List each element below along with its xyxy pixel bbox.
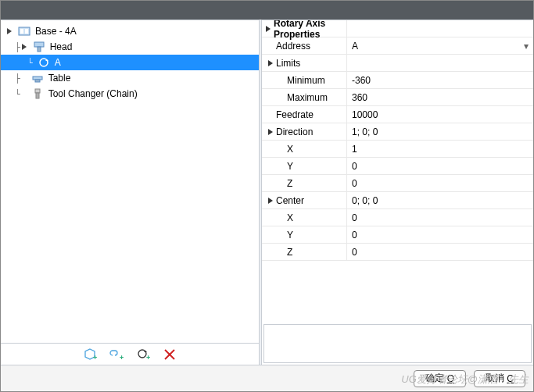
rotary-axis-icon	[38, 56, 50, 69]
tree-row-base[interactable]: Base - 4A	[1, 23, 259, 39]
svg-rect-7	[35, 80, 40, 82]
prop-center[interactable]: Center 0; 0; 0	[262, 192, 533, 209]
dialog-button-bar: 确定 O 取消 C	[1, 365, 533, 391]
tree-label: A	[53, 57, 61, 68]
expander-icon[interactable]	[267, 59, 274, 66]
property-header: Rotary Axis Properties	[262, 20, 533, 37]
tree-toolbar: + + +	[1, 343, 259, 365]
ok-button[interactable]: 确定 O	[414, 370, 466, 387]
prop-limits[interactable]: Limits	[262, 55, 533, 72]
add-rotary-button[interactable]: +	[135, 347, 151, 362]
expander-icon[interactable]	[265, 25, 272, 32]
add-link-button[interactable]: +	[109, 347, 124, 362]
svg-text:+: +	[93, 354, 97, 362]
dropdown-icon[interactable]: ▾	[524, 41, 529, 52]
prop-minimum[interactable]: Minimum -360	[262, 72, 533, 89]
expander-icon[interactable]	[267, 128, 274, 135]
tree-connector: └	[27, 58, 33, 68]
prop-direction-z[interactable]: Z 0	[262, 175, 533, 192]
svg-rect-9	[36, 93, 39, 98]
svg-rect-6	[33, 77, 42, 80]
prop-direction-y[interactable]: Y 0	[262, 158, 533, 175]
main-area: Base - 4A ├ Head └	[1, 20, 533, 365]
machine-icon	[18, 25, 30, 37]
prop-feedrate[interactable]: Feedrate 10000	[262, 106, 533, 123]
svg-rect-8	[35, 89, 40, 93]
tree-pane: Base - 4A ├ Head └	[1, 20, 259, 365]
svg-text:+: +	[146, 354, 150, 362]
prop-direction[interactable]: Direction 1; 0; 0	[262, 123, 533, 141]
titlebar[interactable]	[1, 1, 533, 20]
svg-text:+: +	[120, 354, 124, 362]
tree-connector: └	[15, 89, 20, 99]
delete-button[interactable]	[162, 347, 177, 362]
svg-rect-2	[25, 29, 28, 34]
prop-maximum[interactable]: Maximum 360	[262, 89, 533, 106]
properties-pane: Rotary Axis Properties Address A ▾ Limit…	[262, 20, 533, 365]
prop-center-y[interactable]: Y 0	[262, 226, 533, 244]
expander-icon[interactable]	[267, 197, 274, 204]
tree-label: Base - 4A	[34, 26, 77, 37]
head-icon	[33, 41, 45, 53]
prop-direction-x[interactable]: X 1	[262, 141, 533, 158]
property-grid: Rotary Axis Properties Address A ▾ Limit…	[262, 20, 533, 324]
header-title: Rotary Axis Properties	[274, 20, 346, 40]
prop-center-z[interactable]: Z 0	[262, 244, 533, 261]
tool-changer-icon	[31, 87, 44, 100]
tree-row-table[interactable]: ├ Table	[1, 70, 259, 86]
tree-label: Head	[48, 41, 73, 52]
expander-icon[interactable]	[20, 42, 30, 52]
expander-icon[interactable]	[5, 27, 15, 36]
tree-row-toolchanger[interactable]: └ Tool Changer (Chain)	[1, 86, 259, 102]
tree-connector: ├	[15, 42, 20, 52]
svg-rect-1	[20, 29, 23, 34]
tree-label: Tool Changer (Chain)	[47, 88, 138, 99]
prop-center-x[interactable]: X 0	[262, 209, 533, 226]
cancel-button[interactable]: 取消 C	[474, 370, 525, 387]
tree-row-head[interactable]: ├ Head	[1, 39, 259, 55]
tree: Base - 4A ├ Head └	[1, 20, 259, 343]
prop-address[interactable]: Address A ▾	[262, 37, 533, 55]
tree-connector: ├	[15, 73, 20, 84]
table-icon	[31, 72, 44, 84]
tree-row-a[interactable]: └ A	[1, 55, 259, 70]
add-component-button[interactable]: +	[82, 347, 98, 362]
tree-label: Table	[47, 73, 71, 84]
description-box	[263, 324, 532, 363]
app-window: Base - 4A ├ Head └	[0, 0, 534, 392]
svg-rect-4	[38, 47, 41, 52]
svg-rect-3	[34, 42, 44, 47]
